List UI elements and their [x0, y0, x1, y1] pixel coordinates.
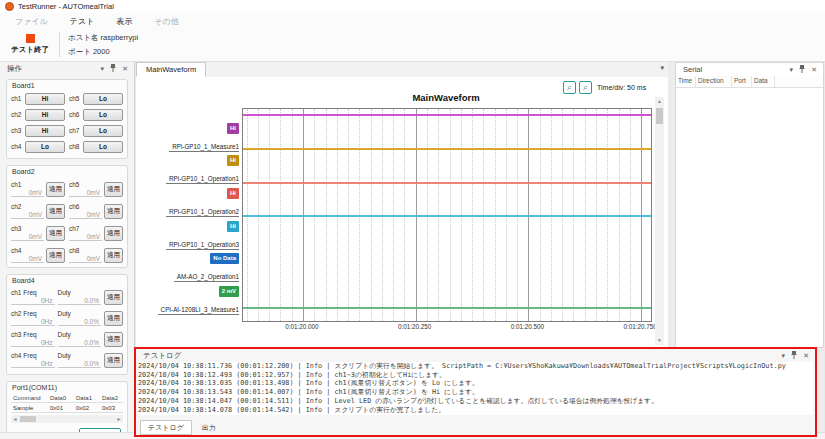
channel-label: ch3 — [11, 127, 23, 134]
test-stop-button[interactable]: テスト終了 — [6, 31, 54, 58]
level-toggle-button[interactable]: Lo — [83, 93, 123, 105]
apply-button[interactable]: 適用 — [46, 248, 65, 263]
panel-menu-icon[interactable]: ▾ — [98, 64, 108, 73]
pin-icon[interactable] — [788, 351, 800, 361]
freq-input[interactable] — [11, 317, 55, 326]
level-toggle-button[interactable]: Lo — [83, 125, 123, 137]
scrollbar-thumb[interactable] — [20, 416, 36, 422]
x-tick-label: 0:01:20.250 — [382, 323, 448, 330]
serial-column-header[interactable]: Port — [732, 76, 752, 87]
voltage-input[interactable] — [69, 210, 102, 219]
menu-item[interactable]: その他 — [143, 14, 189, 29]
tab-mainwaveform[interactable]: MainWaveform — [136, 62, 206, 77]
voltage-input[interactable] — [11, 232, 44, 241]
channel-value-badge: Hi — [227, 188, 239, 199]
scroll-down-arrow-icon[interactable]: ▼ — [655, 336, 664, 345]
close-icon[interactable]: ✕ — [119, 64, 131, 73]
waveform-trace — [243, 114, 651, 116]
voltage-input[interactable] — [11, 210, 44, 219]
freq-input[interactable] — [11, 296, 55, 305]
scroll-up-arrow-icon[interactable]: ▲ — [655, 97, 664, 106]
board2-channel: ch2 適用 — [11, 199, 65, 219]
level-toggle-button[interactable]: Lo — [83, 109, 123, 121]
command-table-header: Command Data0 Data1 Data2 Dat — [11, 393, 123, 402]
voltage-input[interactable] — [11, 254, 44, 263]
log-entry: 2024/10/04 10:38:14.078 (00:01:14.542) |… — [138, 406, 813, 415]
horizontal-scrollbar[interactable]: ◄ ► — [11, 415, 123, 423]
log-entry: 2024/10/04 10:38:13.543 (00:01:14.007) |… — [138, 388, 813, 397]
serial-column-header[interactable]: Direction — [696, 76, 732, 87]
voltage-input[interactable] — [69, 188, 102, 197]
voltage-input[interactable] — [69, 254, 102, 263]
apply-button[interactable]: 適用 — [104, 182, 123, 197]
level-toggle-button[interactable]: Lo — [83, 141, 123, 153]
pin-icon[interactable] — [796, 65, 808, 75]
scroll-left-arrow-icon[interactable]: ◄ — [11, 415, 19, 423]
pane-menu-icon[interactable]: ▾ — [660, 64, 664, 72]
serial-column-header[interactable]: Data — [752, 76, 775, 87]
panel-menu-icon[interactable]: ▾ — [779, 351, 789, 360]
waveform-trace — [243, 215, 651, 217]
duty-input[interactable] — [58, 317, 102, 326]
board2-channel: ch1 適用 — [11, 177, 65, 197]
duty-input[interactable] — [58, 296, 102, 305]
freq-input[interactable] — [11, 359, 55, 368]
level-toggle-button[interactable]: Lo — [25, 141, 65, 153]
log-message: Level LED の赤いランプが消灯していることを確認します。点灯している場合… — [334, 397, 658, 405]
menu-item[interactable]: 表示 — [105, 14, 143, 29]
command-table-row[interactable]: Sample 0x01 0x02 0x03 0x0 — [11, 402, 123, 413]
serial-panel-title: Serial — [683, 65, 702, 74]
log-separator: | — [322, 397, 334, 405]
panel-menu-icon[interactable]: ▾ — [787, 65, 797, 74]
freq-label: ch4 Freq — [11, 352, 55, 359]
serial-column-header[interactable]: Time — [676, 76, 696, 87]
channel-name-label: RPi-GP10_1_Measure1 — [169, 143, 239, 152]
apply-button[interactable]: 適用 — [104, 248, 123, 263]
close-icon[interactable]: ✕ — [808, 65, 820, 74]
channel-name-label: AM-AO_2_Operation1 — [174, 273, 239, 282]
duty-input[interactable] — [58, 359, 102, 368]
menu-item[interactable]: テスト — [59, 14, 106, 29]
apply-button[interactable]: 適用 — [46, 204, 65, 219]
scrollbar-thumb[interactable] — [656, 108, 663, 124]
duty-input[interactable] — [58, 338, 102, 347]
freq-input[interactable] — [11, 338, 55, 347]
apply-button[interactable]: 適用 — [104, 311, 123, 326]
test-log-header: テストログ ▾ ✕ — [136, 349, 815, 362]
test-log-panel: テストログ ▾ ✕ 2024/10/04 10:38:11.736 (00:01… — [136, 349, 815, 436]
log-list[interactable]: 2024/10/04 10:38:11.736 (00:01:12.200) |… — [138, 362, 813, 415]
menu-item[interactable]: ファイル — [4, 14, 59, 29]
tab-output[interactable]: 出力 — [194, 420, 224, 435]
board1-channel: ch2 Hi — [11, 107, 65, 122]
channel-name-label: RPi-GP10_1_Operation3 — [166, 241, 239, 250]
board4-title: Board4 — [12, 277, 35, 284]
tab-testlog[interactable]: テストログ — [140, 420, 192, 435]
apply-button[interactable]: 適用 — [46, 226, 65, 241]
duty-label: Duty — [58, 352, 102, 359]
voltage-input[interactable] — [11, 188, 44, 197]
channel-name-label: RPi-GP10_1_Operation2 — [166, 208, 239, 217]
waveform-trace — [243, 148, 651, 150]
apply-button[interactable]: 適用 — [104, 290, 123, 305]
board2-group: Board2 ch1 適用 ch2 適用 ch3 適用 ch4 適用 ch5 — [6, 165, 128, 268]
channel-label: ch6 — [69, 111, 81, 118]
level-toggle-button[interactable]: Hi — [25, 93, 65, 105]
document-area: MainWaveform ▾ ⌕ ⌕ Time/div: 50 ms MainW… — [136, 62, 668, 348]
apply-button[interactable]: 適用 — [104, 332, 123, 347]
board1-channel: ch1 Hi — [11, 91, 65, 106]
apply-button[interactable]: 適用 — [104, 204, 123, 219]
close-icon[interactable]: ✕ — [800, 351, 812, 360]
scroll-right-arrow-icon[interactable]: ► — [115, 415, 123, 423]
pin-icon[interactable] — [107, 64, 119, 74]
port1-title: Port1(COM11) — [12, 384, 57, 391]
vertical-scrollbar[interactable]: ▲ ▼ — [655, 97, 664, 345]
apply-button[interactable]: 適用 — [104, 353, 123, 368]
voltage-input[interactable] — [69, 232, 102, 241]
waveform-channel: 2 mV CPI-AI-1208LI_3_Measure1 — [136, 283, 239, 316]
apply-button[interactable]: 適用 — [104, 226, 123, 241]
log-separator: | — [322, 388, 334, 396]
col-command: Command — [11, 393, 48, 402]
apply-button[interactable]: 適用 — [46, 182, 65, 197]
level-toggle-button[interactable]: Hi — [25, 109, 65, 121]
level-toggle-button[interactable]: Hi — [25, 125, 65, 137]
